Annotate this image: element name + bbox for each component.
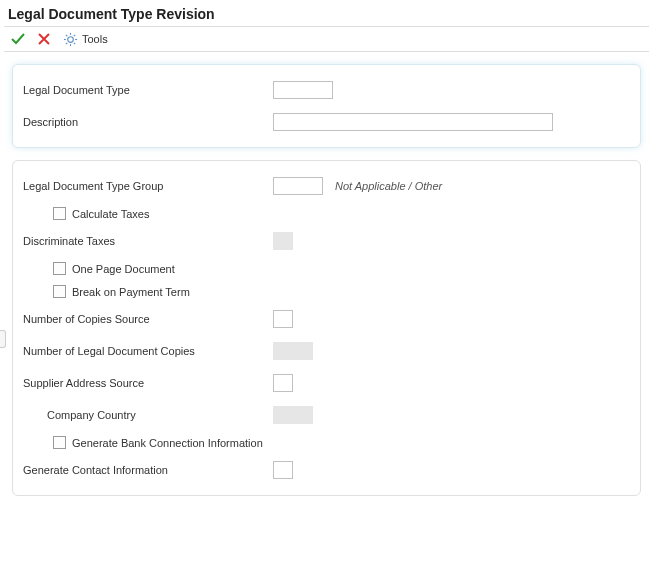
- supplier-addr-label: Supplier Address Source: [23, 377, 273, 389]
- description-label: Description: [23, 116, 273, 128]
- svg-line-8: [73, 34, 74, 35]
- check-icon: [10, 31, 26, 47]
- discriminate-taxes-label: Discriminate Taxes: [23, 235, 273, 247]
- page-title: Legal Document Type Revision: [4, 4, 649, 26]
- section-details: Legal Document Type Group Not Applicable…: [12, 160, 641, 496]
- section-header-fields: Legal Document Type Description: [12, 64, 641, 148]
- company-country-label: Company Country: [23, 409, 273, 421]
- one-page-doc-checkbox[interactable]: [53, 262, 66, 275]
- gear-icon: [62, 31, 78, 47]
- expand-flap-icon[interactable]: [0, 330, 6, 348]
- num-copies-source-input[interactable]: [273, 310, 293, 328]
- legal-doc-type-input[interactable]: [273, 81, 333, 99]
- svg-line-7: [65, 42, 66, 43]
- gen-contact-label: Generate Contact Information: [23, 464, 273, 476]
- doc-type-group-input[interactable]: [273, 177, 323, 195]
- company-country-input: [273, 406, 313, 424]
- num-legal-copies-label: Number of Legal Document Copies: [23, 345, 273, 357]
- legal-doc-type-label: Legal Document Type: [23, 84, 273, 96]
- discriminate-taxes-input: [273, 232, 293, 250]
- num-legal-copies-input: [273, 342, 313, 360]
- ok-button[interactable]: [10, 31, 26, 47]
- calculate-taxes-label: Calculate Taxes: [72, 208, 149, 220]
- tools-button[interactable]: Tools: [62, 31, 108, 47]
- svg-line-5: [65, 34, 66, 35]
- cancel-button[interactable]: [36, 31, 52, 47]
- description-input[interactable]: [273, 113, 553, 131]
- svg-point-0: [67, 36, 73, 42]
- supplier-addr-input[interactable]: [273, 374, 293, 392]
- break-payment-label: Break on Payment Term: [72, 286, 190, 298]
- calculate-taxes-checkbox[interactable]: [53, 207, 66, 220]
- x-icon: [36, 31, 52, 47]
- num-copies-source-label: Number of Copies Source: [23, 313, 273, 325]
- toolbar: Tools: [4, 26, 649, 52]
- tools-label: Tools: [82, 33, 108, 45]
- svg-line-6: [73, 42, 74, 43]
- gen-bank-label: Generate Bank Connection Information: [72, 437, 263, 449]
- break-payment-checkbox[interactable]: [53, 285, 66, 298]
- doc-type-group-label: Legal Document Type Group: [23, 180, 273, 192]
- doc-type-group-hint: Not Applicable / Other: [335, 180, 442, 192]
- gen-contact-input[interactable]: [273, 461, 293, 479]
- one-page-doc-label: One Page Document: [72, 263, 175, 275]
- gen-bank-checkbox[interactable]: [53, 436, 66, 449]
